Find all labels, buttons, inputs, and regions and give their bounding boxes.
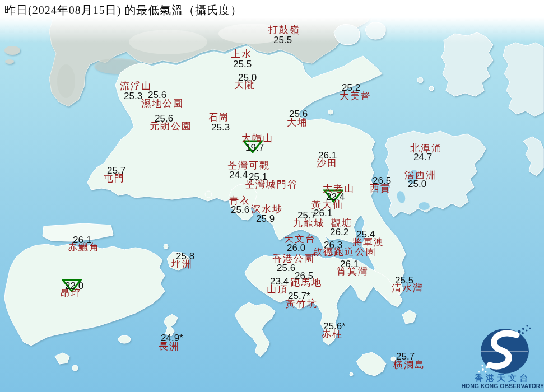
station-value: 26.0 <box>287 243 305 253</box>
station-value: 25.7 <box>297 211 316 220</box>
station-label: 荃灣可觀 <box>227 161 270 170</box>
station-label: 石崗 <box>208 113 230 122</box>
station-value: 25.6 <box>148 90 166 100</box>
station-value: 22.4 <box>326 192 345 202</box>
station-label: 大帽山 <box>241 133 273 143</box>
map-title: 昨日(2024年08月15日) 的最低氣溫（攝氏度） <box>4 3 242 18</box>
hko-logo-name-en: HONG KONG OBSERVATORY <box>460 382 544 389</box>
station-value: 25.7* <box>288 291 310 301</box>
station-value: 25.7 <box>107 166 125 175</box>
station-value: 26.5 <box>373 176 391 185</box>
station-value: 26.2 <box>330 227 348 237</box>
station-value: 19.7 <box>245 143 264 152</box>
station-label: 香港公園 <box>272 254 315 263</box>
station-value: 25.5 <box>273 35 292 45</box>
station-value: 25.8 <box>176 251 194 261</box>
station-value: 25.9 <box>256 214 275 223</box>
station-value: 26.3 <box>324 240 342 250</box>
station-value: 25.3 <box>124 91 142 101</box>
station-label: 深水埗 <box>251 204 283 214</box>
station-value: 25.1 <box>249 172 267 181</box>
station-value: 25.6* <box>323 321 346 331</box>
station-value: 25.5 <box>233 59 252 69</box>
station-label: 啟德跑道公園 <box>313 247 376 256</box>
station-label: 流浮山 <box>120 81 152 91</box>
station-label: 上水 <box>231 49 252 59</box>
station-value: 26.1 <box>318 151 337 160</box>
station-value: 25.4 <box>356 230 375 239</box>
station-value: 25.0 <box>408 179 426 189</box>
station-value: 22.0 <box>65 281 83 291</box>
station-value: 25.6 <box>155 114 173 123</box>
station-value: 25.6 <box>231 205 249 214</box>
station-value: 24.9* <box>161 333 183 343</box>
station-value: 26.5 <box>295 271 313 281</box>
station-value: 24.7 <box>413 152 432 162</box>
station-value: 25.2 <box>342 83 360 92</box>
station-value: 25.7 <box>396 352 415 361</box>
hko-min-temp-map-page: 昨日(2024年08月15日) 的最低氣溫（攝氏度） 25.5打鼓嶺25.5上水… <box>0 0 544 392</box>
station-value: 26.1 <box>73 235 91 245</box>
station-value: 25.0 <box>238 73 257 82</box>
station-value: 25.5 <box>395 276 413 285</box>
station-value: 24.4 <box>229 170 248 180</box>
station-value: 25.3 <box>211 123 230 132</box>
station-label: 打鼓嶺 <box>268 25 300 35</box>
station-value: 25.6 <box>277 263 295 273</box>
station-value: 25.6 <box>289 109 308 119</box>
station-value: 23.4 <box>270 277 289 286</box>
station-value: 26.1 <box>314 208 332 218</box>
hko-logo: 香港天文台 HONG KONG OBSERVATORY <box>460 324 544 392</box>
station-value: 26.1 <box>340 259 359 269</box>
